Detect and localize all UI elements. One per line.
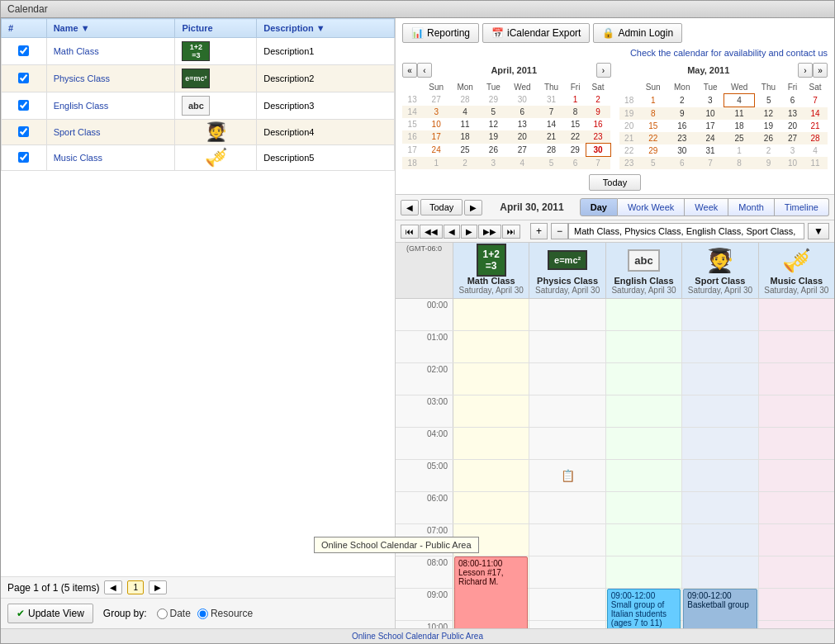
cal-cell-06:00-0[interactable]: [453, 492, 529, 523]
res-next2-btn[interactable]: ▶▶: [478, 225, 501, 239]
row-check-2[interactable]: [2, 92, 47, 120]
cal-cell-05:00-3[interactable]: [682, 460, 758, 491]
view-tab-workweek[interactable]: Work Week: [618, 198, 685, 216]
cal-cell-05:00-2[interactable]: [606, 460, 682, 491]
cal-cell-08:00-1[interactable]: [529, 556, 605, 588]
cal-cell-02:00-1[interactable]: [529, 363, 605, 395]
res-add-btn[interactable]: +: [530, 223, 548, 239]
cal-cell-06:00-1[interactable]: [529, 492, 605, 523]
radio-date-label[interactable]: Date: [157, 608, 191, 619]
row-check-3[interactable]: [2, 120, 47, 145]
cal-cell-10:00-1[interactable]: [529, 621, 605, 628]
cal-cell-07:00-3[interactable]: [682, 524, 758, 556]
cal-cell-09:00-1[interactable]: [529, 589, 605, 620]
cal-cell-02:00-0[interactable]: [453, 363, 529, 395]
cal-cell-04:00-1[interactable]: [529, 428, 605, 459]
cal-cell-03:00-3[interactable]: [682, 395, 758, 427]
admin-btn[interactable]: 🔒 Admin Login: [593, 23, 682, 43]
may-next[interactable]: ›: [798, 63, 813, 78]
cal-cell-00:00-3[interactable]: [682, 299, 758, 330]
res-prev2-btn[interactable]: ◀◀: [420, 225, 443, 239]
res-last-btn[interactable]: ⏭: [502, 225, 520, 239]
class-checkbox-0[interactable]: [18, 45, 29, 56]
cal-cell-00:00-2[interactable]: [606, 299, 682, 330]
class-checkbox-2[interactable]: [18, 100, 29, 111]
cal-cell-08:00-3[interactable]: [682, 556, 758, 588]
may-next-next[interactable]: »: [813, 63, 828, 78]
cal-cell-08:00-2[interactable]: [606, 556, 682, 588]
april-prev[interactable]: ‹: [417, 63, 432, 78]
cal-cell-08:00-4[interactable]: [759, 556, 834, 588]
april-prev-prev[interactable]: «: [402, 63, 417, 78]
icalendar-btn[interactable]: 📅 iCalendar Export: [482, 23, 590, 43]
cal-cell-02:00-3[interactable]: [682, 363, 758, 395]
reporting-btn[interactable]: 📊 Reporting: [402, 23, 479, 43]
cal-cell-01:00-0[interactable]: [453, 331, 529, 362]
radio-resource[interactable]: [197, 608, 208, 619]
view-tab-week[interactable]: Week: [685, 198, 728, 216]
cal-cell-04:00-0[interactable]: [453, 428, 529, 459]
cal-cell-04:00-4[interactable]: [759, 428, 834, 459]
update-view-btn[interactable]: ✔ Update View: [7, 604, 93, 623]
res-prev-btn[interactable]: ◀: [444, 225, 460, 239]
cal-cell-06:00-2[interactable]: [606, 492, 682, 523]
cal-cell-06:00-3[interactable]: [682, 492, 758, 523]
radio-date[interactable]: [157, 608, 168, 619]
cal-cell-00:00-4[interactable]: [759, 299, 834, 330]
cal-cell-00:00-1[interactable]: [529, 299, 605, 330]
col-hash[interactable]: #: [2, 19, 47, 38]
cal-cell-01:00-4[interactable]: [759, 331, 834, 362]
cal-cell-07:00-1[interactable]: [529, 524, 605, 556]
view-tab-month[interactable]: Month: [728, 198, 775, 216]
cal-grid-wrapper[interactable]: (GMT-06:0 1+2=3 Math Class Saturday, Apr…: [396, 243, 834, 628]
view-tab-timeline[interactable]: Timeline: [775, 198, 829, 216]
view-tab-day[interactable]: Day: [580, 198, 618, 216]
cal-cell-08:00-0[interactable]: 08:00-11:00 Lesson #17, Richard M.: [453, 556, 529, 588]
event-math-lesson[interactable]: 08:00-11:00 Lesson #17, Richard M.: [454, 556, 528, 628]
cal-cell-05:00-0[interactable]: [453, 460, 529, 491]
cal-cell-03:00-1[interactable]: [529, 395, 605, 427]
cal-cell-06:00-4[interactable]: [759, 492, 834, 523]
res-dropdown-btn[interactable]: ▼: [808, 223, 829, 239]
class-checkbox-3[interactable]: [18, 126, 29, 137]
class-checkbox-4[interactable]: [18, 152, 29, 163]
cal-cell-09:00-3[interactable]: 09:00-12:00 Basketball group: [682, 589, 758, 620]
row-check-4[interactable]: [2, 145, 47, 171]
cal-prev-btn[interactable]: ◀: [401, 200, 419, 215]
event-sport-basketball[interactable]: 09:00-12:00 Basketball group: [683, 589, 757, 628]
cal-cell-07:00-4[interactable]: [759, 524, 834, 556]
cal-cell-05:00-4[interactable]: [759, 460, 834, 491]
cal-cell-10:00-4[interactable]: [759, 621, 834, 628]
cal-cell-03:00-0[interactable]: [453, 395, 529, 427]
prev-page-btn[interactable]: ◀: [104, 580, 122, 594]
radio-resource-label[interactable]: Resource: [197, 608, 253, 619]
cal-cell-04:00-3[interactable]: [682, 428, 758, 459]
cal-next-btn[interactable]: ▶: [464, 200, 482, 215]
row-check-1[interactable]: [2, 65, 47, 92]
cal-cell-09:00-2[interactable]: 09:00-12:00 Small group of Italian stude…: [606, 589, 682, 620]
col-name[interactable]: Name ▼: [46, 19, 175, 38]
cal-cell-04:00-2[interactable]: [606, 428, 682, 459]
cal-cell-02:00-2[interactable]: [606, 363, 682, 395]
cal-cell-01:00-1[interactable]: [529, 331, 605, 362]
res-first-btn[interactable]: ⏮: [401, 225, 419, 239]
cal-cell-07:00-2[interactable]: [606, 524, 682, 556]
class-checkbox-1[interactable]: [18, 73, 29, 83]
cal-today-btn[interactable]: Today: [420, 199, 463, 215]
col-description[interactable]: Description ▼: [257, 19, 395, 38]
resource-select-input[interactable]: Math Class, Physics Class, English Class…: [568, 223, 804, 239]
cal-cell-03:00-2[interactable]: [606, 395, 682, 427]
april-next[interactable]: ›: [596, 63, 611, 78]
cal-cell-09:00-4[interactable]: [759, 589, 834, 620]
tooltip-icon[interactable]: 📋: [561, 469, 575, 482]
event-english-group[interactable]: 09:00-12:00 Small group of Italian stude…: [607, 589, 681, 628]
res-next-btn[interactable]: ▶: [461, 225, 477, 239]
cal-cell-01:00-3[interactable]: [682, 331, 758, 362]
apr-day[interactable]: 27: [422, 93, 450, 106]
res-remove-btn[interactable]: −: [551, 223, 568, 239]
cal-cell-00:00-0[interactable]: [453, 299, 529, 330]
cal-cell-05:00-1[interactable]: 📋: [529, 460, 605, 491]
next-page-btn[interactable]: ▶: [149, 580, 167, 594]
cal-cell-02:00-4[interactable]: [759, 363, 834, 395]
cal-cell-01:00-2[interactable]: [606, 331, 682, 362]
